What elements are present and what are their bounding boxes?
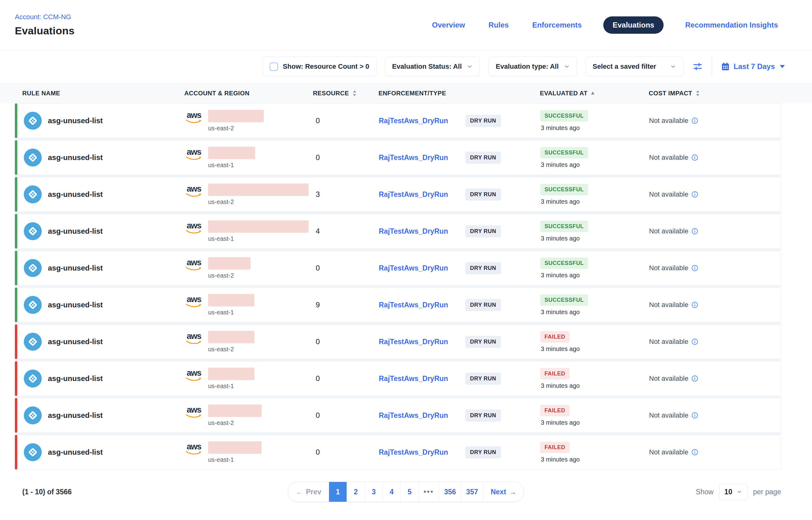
table-row[interactable]: asg-unused-list aws us-east-1 0 RajTestA… — [15, 361, 781, 396]
next-page-button[interactable]: Next → — [483, 482, 524, 502]
divider — [712, 56, 712, 77]
resource-count: 0 — [313, 374, 379, 383]
resource-count: 0 — [313, 337, 379, 346]
page-button-357[interactable]: 357 — [461, 482, 483, 502]
evaluated-at-cell: FAILED 3 minutes ago — [540, 405, 649, 426]
nav-tab-overview[interactable]: Overview — [430, 17, 467, 34]
info-icon[interactable] — [692, 302, 698, 308]
page-size-select[interactable]: 10 — [719, 484, 748, 500]
resource-count-checkbox[interactable] — [270, 62, 278, 71]
status-color-bar — [15, 398, 17, 433]
account-name-redacted — [208, 147, 255, 159]
sort-icon[interactable] — [695, 90, 700, 97]
table-row[interactable]: asg-unused-list aws us-east-2 0 RajTestA… — [15, 251, 781, 285]
status-badge: SUCCESSFUL — [540, 258, 588, 269]
enforcement-link[interactable]: RajTestAws_DryRun — [379, 264, 448, 272]
filter-settings-button[interactable] — [692, 61, 703, 72]
info-icon[interactable] — [692, 449, 698, 456]
region-label: us-east-2 — [208, 419, 261, 426]
region-label: us-east-1 — [208, 235, 309, 242]
status-badge: FAILED — [540, 368, 569, 380]
cost-impact-value: Not available — [649, 301, 688, 309]
title-block: Account: CCM-NG Evaluations — [15, 13, 75, 37]
status-badge: SUCCESSFUL — [540, 184, 588, 195]
account-region-cell: aws us-east-2 — [185, 331, 313, 353]
evaluated-time: 3 minutes ago — [541, 124, 580, 132]
account-info: us-east-2 — [208, 405, 261, 426]
evaluated-time: 3 minutes ago — [541, 161, 580, 168]
nav-tab-rules[interactable]: Rules — [487, 17, 510, 34]
table-row[interactable]: asg-unused-list aws us-east-2 0 RajTestA… — [15, 398, 781, 433]
enforcement-link[interactable]: RajTestAws_DryRun — [379, 190, 448, 199]
account-region-cell: aws us-east-2 — [185, 405, 313, 426]
status-color-bar — [15, 214, 17, 249]
info-icon[interactable] — [692, 154, 698, 161]
evaluation-type-badge: DRY RUN — [465, 152, 501, 164]
info-icon[interactable] — [692, 412, 698, 419]
table-row[interactable]: asg-unused-list aws us-east-1 4 RajTestA… — [15, 214, 781, 249]
status-badge: SUCCESSFUL — [540, 147, 588, 158]
page-button-3[interactable]: 3 — [365, 482, 383, 502]
resource-count: 0 — [313, 264, 379, 272]
saved-filter-select[interactable]: Select a saved filter — [586, 57, 683, 76]
table-row[interactable]: asg-unused-list aws us-east-2 0 RajTestA… — [15, 324, 781, 359]
enforcement-link[interactable]: RajTestAws_DryRun — [379, 448, 448, 457]
enforcement-link[interactable]: RajTestAws_DryRun — [379, 301, 448, 309]
evaluated-at-cell: SUCCESSFUL 3 minutes ago — [540, 110, 649, 132]
aws-logo-icon: aws — [185, 185, 203, 197]
evaluation-type-badge: DRY RUN — [465, 115, 501, 127]
column-header-resource[interactable]: RESOURCE — [313, 90, 379, 97]
info-icon[interactable] — [692, 117, 698, 124]
date-range-picker[interactable]: Last 7 Days — [721, 62, 785, 71]
account-name-redacted — [208, 257, 250, 269]
account-info: us-east-1 — [208, 441, 261, 463]
resource-count: 0 — [313, 153, 379, 162]
nav-tab-recommendation-insights[interactable]: Recommendation Insights — [683, 17, 780, 34]
rule-name: asg-unused-list — [48, 374, 103, 383]
enforcement-link[interactable]: RajTestAws_DryRun — [379, 374, 448, 383]
table-row[interactable]: asg-unused-list aws us-east-1 0 RajTestA… — [15, 435, 781, 470]
enforcement-link[interactable]: RajTestAws_DryRun — [379, 117, 448, 125]
page-button-1[interactable]: 1 — [329, 482, 347, 502]
prev-page-button[interactable]: ← Prev — [288, 482, 329, 502]
info-icon[interactable] — [692, 375, 698, 382]
page-button-4[interactable]: 4 — [383, 482, 401, 502]
enforcement-link[interactable]: RajTestAws_DryRun — [379, 411, 448, 420]
table-row[interactable]: asg-unused-list aws us-east-1 9 RajTestA… — [15, 288, 781, 322]
cost-impact-value: Not available — [649, 411, 688, 419]
column-header-cost-impact[interactable]: COST IMPACT — [649, 90, 781, 97]
info-icon[interactable] — [692, 265, 698, 271]
sort-asc-icon[interactable] — [591, 91, 595, 95]
info-icon[interactable] — [692, 228, 698, 235]
status-color-bar — [15, 140, 17, 175]
enforcement-link[interactable]: RajTestAws_DryRun — [379, 338, 448, 346]
evaluated-time: 3 minutes ago — [541, 309, 580, 316]
pagination-ellipsis[interactable]: ••• — [419, 482, 439, 502]
resource-count-filter[interactable]: Show: Resource Count > 0 — [262, 57, 376, 76]
page-button-2[interactable]: 2 — [347, 482, 365, 502]
account-name-redacted — [208, 110, 264, 122]
cost-impact-value: Not available — [649, 154, 688, 161]
status-color-bar — [15, 361, 17, 396]
table-row[interactable]: asg-unused-list aws us-east-1 0 RajTestA… — [15, 140, 781, 175]
table-row[interactable]: asg-unused-list aws us-east-2 0 RajTestA… — [15, 103, 781, 138]
aws-logo-icon: aws — [185, 369, 203, 381]
top-nav: Overview Rules Enforcements Evaluations … — [430, 17, 780, 34]
table-body: asg-unused-list aws us-east-2 0 RajTestA… — [15, 103, 781, 470]
account-breadcrumb-link[interactable]: Account: CCM-NG — [15, 13, 75, 21]
table-row[interactable]: asg-unused-list aws us-east-2 3 RajTestA… — [15, 177, 781, 212]
enforcement-link[interactable]: RajTestAws_DryRun — [379, 227, 448, 236]
cost-impact-cell: Not available — [649, 338, 781, 346]
info-icon[interactable] — [692, 338, 698, 345]
enforcement-link[interactable]: RajTestAws_DryRun — [379, 154, 448, 162]
nav-tab-evaluations[interactable]: Evaluations — [603, 17, 664, 34]
page-button-356[interactable]: 356 — [439, 482, 461, 502]
nav-tab-enforcements[interactable]: Enforcements — [530, 17, 584, 34]
column-header-evaluated-at[interactable]: EVALUATED AT — [540, 90, 649, 97]
evaluation-type-select[interactable]: Evaluation type: All — [488, 57, 577, 76]
page-button-5[interactable]: 5 — [401, 482, 419, 502]
evaluation-status-select[interactable]: Evaluation Status: All — [385, 57, 480, 76]
info-icon[interactable] — [692, 191, 698, 198]
per-page-control: Show 10 per page — [696, 484, 781, 500]
sort-icon[interactable] — [352, 90, 357, 97]
